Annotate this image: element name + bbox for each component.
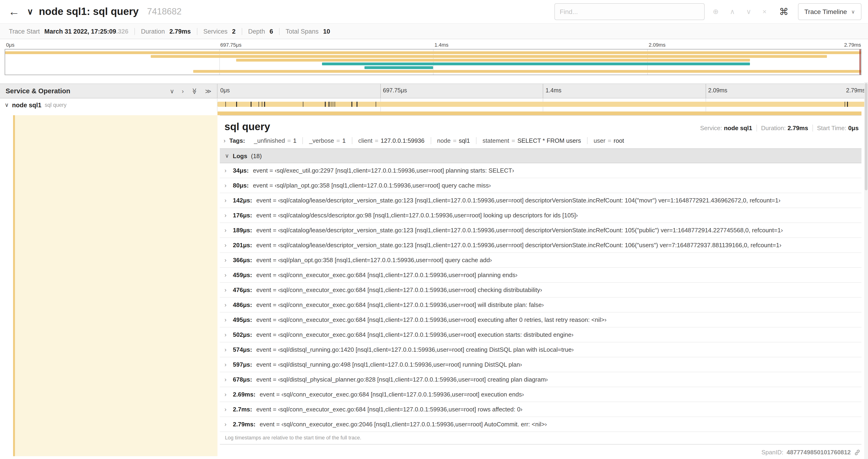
expand-one-icon[interactable]: › [182, 88, 184, 94]
tag-value: root [614, 137, 624, 144]
log-row[interactable]: ›201μs:event = ‹sql/catalog/lease/descri… [220, 238, 862, 253]
log-row[interactable]: ›2.69ms:event = ‹sql/conn_executor_exec.… [220, 387, 862, 402]
trace-page: ← ∨ node sql1: sql query 7418682 ⊕ ∧ ∨ ×… [0, 0, 868, 459]
log-row[interactable]: ›574μs:event = ‹sql/distsql_running.go:1… [220, 342, 862, 357]
log-row[interactable]: ›2.7ms:event = ‹sql/conn_executor_exec.g… [220, 402, 862, 417]
log-row[interactable]: ›597μs:event = ‹sql/distsql_running.go:4… [220, 357, 862, 372]
log-event-text: event = ‹sql/conn_executor_exec.go:684 [… [256, 331, 573, 338]
scrollbar-thumb[interactable] [865, 83, 868, 190]
detail-service-value: node sql1 [724, 125, 752, 132]
log-row[interactable]: ›142μs:event = ‹sql/catalog/lease/descri… [220, 193, 862, 208]
log-chevron-icon[interactable]: › [224, 286, 231, 293]
log-chevron-icon[interactable]: › [224, 242, 231, 249]
span-log-tick [357, 102, 358, 107]
tags-row[interactable]: › Tags: _unfinished=1_verbose=1client=12… [220, 136, 862, 148]
tag-item: _unfinished=1 [248, 137, 303, 144]
log-chevron-icon[interactable]: › [224, 391, 231, 398]
log-chevron-icon[interactable]: › [224, 316, 231, 323]
log-timestamp: 495μs: [233, 316, 252, 323]
span-id-row: SpanID: 4877749850101760812 [217, 445, 862, 456]
minimap-canvas[interactable] [5, 49, 862, 75]
collapse-one-icon[interactable]: ∨ [170, 88, 174, 94]
span-row-name-cell[interactable]: ∨ node sql1 sql query [0, 98, 217, 111]
expanded-span-accent [217, 111, 862, 115]
log-row[interactable]: ›34μs:event = ‹sql/exec_util.go:2297 [ns… [220, 163, 862, 178]
log-row[interactable]: ›189μs:event = ‹sql/catalog/lease/descri… [220, 223, 862, 238]
log-row[interactable]: ›459μs:event = ‹sql/conn_executor_exec.g… [220, 268, 862, 283]
circle-plus-icon[interactable]: ⊕ [710, 4, 722, 20]
span-log-tick [325, 102, 326, 107]
log-row[interactable]: ›366μs:event = ‹sql/plan_opt.go:358 [nsq… [220, 253, 862, 268]
top-bar: ← ∨ node sql1: sql query 7418682 ⊕ ∧ ∨ ×… [0, 0, 868, 23]
find-input[interactable] [555, 3, 705, 20]
detail-start-value: 0μs [848, 125, 859, 132]
minimap-tick-label: 2.09ms [647, 42, 665, 47]
log-chevron-icon[interactable]: › [224, 331, 231, 338]
view-type-dropdown[interactable]: Trace Timeline ∨ [798, 3, 862, 20]
log-timestamp: 80μs: [233, 182, 249, 189]
log-chevron-icon[interactable]: › [224, 212, 231, 219]
span-detail-card: sql query Service:node sql1 Duration:2.7… [220, 115, 862, 445]
deep-link-icon[interactable] [854, 449, 861, 456]
expand-all-icon[interactable]: ≫ [205, 88, 211, 94]
keyboard-shortcuts-icon[interactable]: ⌘ [774, 6, 793, 17]
trace-info-item: Duration 2.79ms [135, 28, 197, 35]
tags-chevron-icon[interactable]: › [223, 137, 226, 144]
back-arrow-icon[interactable]: ← [6, 6, 22, 17]
log-row[interactable]: ›502μs:event = ‹sql/conn_executor_exec.g… [220, 327, 862, 342]
next-match-icon[interactable]: ∨ [743, 4, 754, 20]
log-chevron-icon[interactable]: › [224, 271, 231, 278]
prev-match-icon[interactable]: ∧ [726, 4, 738, 20]
detail-header: sql query Service:node sql1 Duration:2.7… [220, 116, 862, 136]
trace-info-item: Depth 6 [242, 28, 280, 35]
trace-info-suffix: .326 [116, 28, 129, 35]
trace-collapse-chevron-icon[interactable]: ∨ [26, 6, 34, 17]
log-chevron-icon[interactable]: › [224, 227, 231, 234]
minimap-cursor-line[interactable] [860, 50, 861, 75]
detail-duration: Duration:2.79ms [757, 125, 813, 132]
tag-value: SELECT * FROM users [517, 137, 581, 144]
log-chevron-icon[interactable]: › [224, 197, 231, 204]
log-event-text: event = ‹sql/distsql_running.go:1420 [ns… [256, 346, 574, 353]
minimap-span-bar [151, 55, 827, 58]
tag-key: _verbose [309, 137, 334, 144]
scrollbar[interactable] [864, 82, 868, 459]
log-row[interactable]: ›2.79ms:event = ‹sql/conn_executor_exec.… [220, 417, 862, 432]
detail-left-column [0, 115, 217, 459]
log-row[interactable]: ›476μs:event = ‹sql/conn_executor_exec.g… [220, 283, 862, 298]
log-chevron-icon[interactable]: › [224, 346, 231, 353]
log-chevron-icon[interactable]: › [224, 182, 231, 189]
span-log-tick [375, 102, 376, 107]
log-timestamp: 476μs: [233, 286, 252, 293]
span-collapse-chevron-icon[interactable]: ∨ [5, 102, 9, 108]
log-event-text: event = ‹sql/catalog/lease/descriptor_ve… [256, 197, 780, 204]
log-row[interactable]: ›495μs:event = ‹sql/conn_executor_exec.g… [220, 313, 862, 327]
log-row[interactable]: ›176μs:event = ‹sql/catalog/descs/descri… [220, 208, 862, 223]
log-event-text: event = ‹sql/conn_executor_exec.go:684 [… [256, 286, 542, 293]
log-chevron-icon[interactable]: › [224, 301, 231, 308]
log-chevron-icon[interactable]: › [224, 167, 231, 174]
log-chevron-icon[interactable]: › [224, 257, 231, 264]
collapse-all-icon[interactable]: ≫ [191, 88, 198, 94]
span-bar-cell[interactable] [217, 98, 868, 111]
span-log-tick [847, 102, 848, 107]
detail-title: sql query [224, 121, 696, 133]
log-row[interactable]: ›486μs:event = ‹sql/conn_executor_exec.g… [220, 298, 862, 313]
span-bar[interactable] [217, 102, 868, 107]
detail-service: Service:node sql1 [696, 125, 757, 132]
span-log-tick [303, 102, 303, 107]
trace-info-label: Duration [141, 28, 166, 35]
log-chevron-icon[interactable]: › [224, 376, 231, 383]
tag-equals: = [375, 137, 378, 144]
log-row[interactable]: ›678μs:event = ‹sql/distsql_physical_pla… [220, 372, 862, 387]
logs-chevron-icon[interactable]: ∨ [225, 153, 229, 159]
log-row[interactable]: ›80μs:event = ‹sql/plan_opt.go:358 [nsql… [220, 178, 862, 193]
clear-search-icon[interactable]: × [759, 4, 770, 20]
log-chevron-icon[interactable]: › [224, 406, 231, 413]
span-id-value: 4877749850101760812 [786, 449, 851, 456]
log-chevron-icon[interactable]: › [224, 421, 231, 428]
log-event-text: event = ‹sql/conn_executor_exec.go:684 [… [260, 391, 524, 398]
detail-start-label: Start Time: [817, 125, 846, 132]
log-chevron-icon[interactable]: › [224, 361, 231, 368]
logs-section-header[interactable]: ∨ Logs (18) [220, 148, 862, 163]
